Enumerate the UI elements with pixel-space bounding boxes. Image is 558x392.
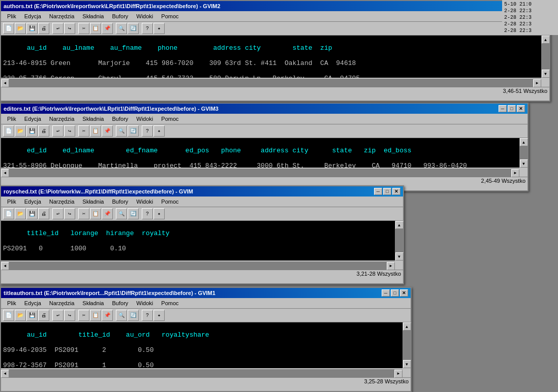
roysched-close-btn[interactable]: ✕ <box>392 188 400 195</box>
titleauthors-menu-pomoc[interactable]: Pomoc <box>157 299 182 307</box>
ta-tb-spell[interactable]: ✦ <box>153 310 165 321</box>
editors-menu-bufory[interactable]: Bufory <box>108 115 133 123</box>
roysched-menu-skladnia[interactable]: Składnia <box>78 198 108 206</box>
roysched-scroll-right[interactable]: ► <box>387 262 395 270</box>
authors-window[interactable]: authors.txt (E:\Piotr\work\lreport\work\… <box>0 0 550 102</box>
ta-tb-open[interactable]: 📂 <box>15 310 26 321</box>
ed-tb-find[interactable]: 🔍 <box>116 125 127 137</box>
tb-paste[interactable]: 📌 <box>102 23 113 34</box>
ed-tb-redo[interactable]: ↪ <box>64 125 75 137</box>
editors-scroll-up[interactable]: ▲ <box>520 138 528 146</box>
rs-tb-replace[interactable]: 🔄 <box>128 208 139 219</box>
titleauthors-scroll-left[interactable]: ◄ <box>1 370 9 378</box>
tb-save[interactable]: 💾 <box>26 23 38 34</box>
rs-tb-new[interactable]: 📄 <box>3 208 14 219</box>
titleauthors-scroll-right[interactable]: ► <box>394 370 402 378</box>
roysched-menu-narzedzia[interactable]: Narzędzia <box>45 198 79 206</box>
ta-tb-undo[interactable]: ↩ <box>52 310 64 321</box>
authors-scroll-up[interactable]: ▲ <box>542 36 550 44</box>
ta-tb-find[interactable]: 🔍 <box>116 310 127 321</box>
editors-window[interactable]: editors.txt (E:\Piotr\work\lreport\work\… <box>0 103 529 191</box>
ed-tb-open[interactable]: 📂 <box>15 125 26 137</box>
authors-scroll-right[interactable]: ► <box>533 79 541 87</box>
ed-tb-save[interactable]: 💾 <box>26 125 38 137</box>
ta-tb-print[interactable]: 🖨 <box>38 310 49 321</box>
tb-open[interactable]: 📂 <box>15 23 26 34</box>
ed-tb-undo[interactable]: ↩ <box>52 125 64 137</box>
titleauthors-scroll-up[interactable]: ▲ <box>403 322 411 331</box>
editors-scroll-right[interactable]: ► <box>511 169 519 177</box>
titleauthors-minimize-btn[interactable]: ─ <box>382 289 390 297</box>
authors-scrollbar-v[interactable]: ▲ ▼ <box>541 36 549 78</box>
ta-tb-new[interactable]: 📄 <box>3 310 14 321</box>
titleauthors-maximize-btn[interactable]: □ <box>391 289 399 297</box>
roysched-scroll-down[interactable]: ▼ <box>395 252 404 260</box>
editors-window-controls[interactable]: ─ □ ✕ <box>499 105 525 112</box>
ta-tb-copy[interactable]: 📋 <box>90 310 101 321</box>
titleauthors-scroll-down[interactable]: ▼ <box>403 360 411 368</box>
editors-scrollbar-v[interactable]: ▲ ▼ <box>519 138 528 168</box>
editors-minimize-btn[interactable]: ─ <box>499 105 507 112</box>
editors-menu-edycja[interactable]: Edycja <box>20 115 45 123</box>
ta-tb-help[interactable]: ? <box>142 310 153 321</box>
titleauthors-menu-edycja[interactable]: Edycja <box>20 299 45 307</box>
roysched-window[interactable]: roysched.txt (E:\Piotr\work\w...Rpt\t1\D… <box>0 185 404 284</box>
authors-menu-pomoc[interactable]: Pomoc <box>157 12 182 20</box>
titleauthors-window[interactable]: titleauthors.txt (E:\Piotr\work\lreport.… <box>0 287 412 392</box>
tb-new[interactable]: 📄 <box>3 23 14 34</box>
tb-copy[interactable]: 📋 <box>90 23 101 34</box>
ed-tb-paste[interactable]: 📌 <box>102 125 113 137</box>
authors-menu-bufory[interactable]: Bufory <box>108 12 133 20</box>
rs-tb-print[interactable]: 🖨 <box>38 208 49 219</box>
editors-menu-plik[interactable]: Plik <box>3 115 20 123</box>
editors-editor[interactable]: ed_id ed_lname ed_fname ed_pos phone add… <box>1 138 519 168</box>
rs-tb-paste[interactable]: 📌 <box>102 208 113 219</box>
ed-tb-print[interactable]: 🖨 <box>38 125 49 137</box>
tb-help[interactable]: ? <box>142 23 153 34</box>
editors-scroll-left[interactable]: ◄ <box>1 169 9 177</box>
ed-tb-new[interactable]: 📄 <box>3 125 14 137</box>
titleauthors-scroll-track-h[interactable] <box>9 370 394 378</box>
editors-menu-skladnia[interactable]: Składnia <box>78 115 108 123</box>
tb-find[interactable]: 🔍 <box>116 23 127 34</box>
titleauthors-scrollbar-v[interactable]: ▲ ▼ <box>402 322 411 368</box>
editors-scroll-track-h[interactable] <box>9 169 511 177</box>
tb-replace[interactable]: 🔄 <box>128 23 139 34</box>
tb-redo[interactable]: ↪ <box>64 23 75 34</box>
ed-tb-spell[interactable]: ✦ <box>153 125 165 137</box>
roysched-menu-bufory[interactable]: Bufory <box>108 198 133 206</box>
ta-tb-redo[interactable]: ↪ <box>64 310 75 321</box>
roysched-maximize-btn[interactable]: □ <box>383 188 391 195</box>
editors-menu-pomoc[interactable]: Pomoc <box>157 115 182 123</box>
roysched-menu-plik[interactable]: Plik <box>3 198 20 206</box>
ta-tb-cut[interactable]: ✂ <box>78 310 89 321</box>
titleauthors-menu-skladnia[interactable]: Składnia <box>78 299 108 307</box>
roysched-scroll-track-h[interactable] <box>9 262 387 270</box>
ed-tb-cut[interactable]: ✂ <box>78 125 89 137</box>
titleauthors-editor[interactable]: au_id title_id au_ord royaltyshare 899-4… <box>1 322 402 368</box>
roysched-menu-widoki[interactable]: Widoki <box>132 198 157 206</box>
editors-scroll-down[interactable]: ▼ <box>520 159 528 168</box>
ta-tb-replace[interactable]: 🔄 <box>128 310 139 321</box>
titleauthors-menu-widoki[interactable]: Widoki <box>132 299 157 307</box>
tb-cut[interactable]: ✂ <box>78 23 89 34</box>
editors-menu-narzedzia[interactable]: Narzędzia <box>45 115 79 123</box>
roysched-scroll-up[interactable]: ▲ <box>395 221 404 229</box>
titleauthors-close-btn[interactable]: ✕ <box>400 289 408 297</box>
editors-menu-widoki[interactable]: Widoki <box>132 115 157 123</box>
ed-tb-help[interactable]: ? <box>142 125 153 137</box>
rs-tb-save[interactable]: 💾 <box>26 208 38 219</box>
tb-print[interactable]: 🖨 <box>38 23 49 34</box>
authors-scroll-track-h[interactable] <box>9 79 533 87</box>
roysched-menu-edycja[interactable]: Edycja <box>20 198 45 206</box>
rs-tb-redo[interactable]: ↪ <box>64 208 75 219</box>
rs-tb-copy[interactable]: 📋 <box>90 208 101 219</box>
roysched-scroll-track-v[interactable] <box>395 229 404 252</box>
rs-tb-undo[interactable]: ↩ <box>52 208 64 219</box>
titleauthors-menu-plik[interactable]: Plik <box>3 299 20 307</box>
titleauthors-window-controls[interactable]: ─ □ ✕ <box>382 289 408 297</box>
roysched-window-controls[interactable]: ─ □ ✕ <box>374 188 400 195</box>
authors-scrollbar-h[interactable]: ◄ ► <box>1 79 541 87</box>
rs-tb-spell[interactable]: ✦ <box>153 208 165 219</box>
rs-tb-find[interactable]: 🔍 <box>116 208 127 219</box>
